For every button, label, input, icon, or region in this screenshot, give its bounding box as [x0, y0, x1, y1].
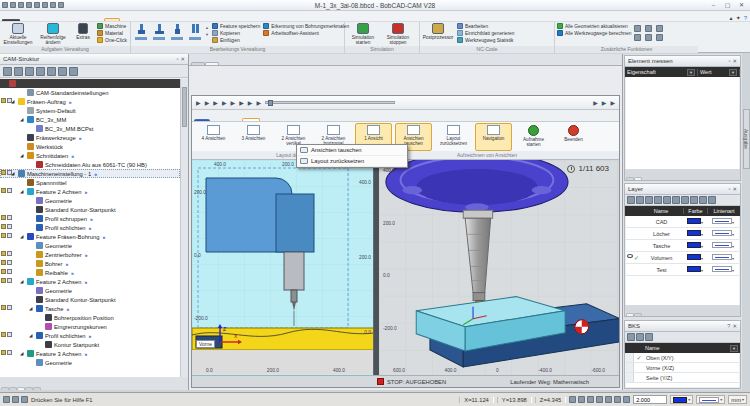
panel-tab[interactable] — [25, 387, 33, 390]
help-icon[interactable]: ? — [744, 15, 747, 21]
tree-toolbar-icon[interactable] — [47, 67, 56, 76]
ribbon-tab[interactable] — [104, 18, 120, 21]
tree-toolbar-icon[interactable] — [25, 67, 34, 76]
tree-gutter-icons[interactable] — [1, 224, 12, 229]
layer-color-swatch[interactable] — [687, 218, 701, 224]
ribbon-tab[interactable] — [20, 19, 34, 21]
layer-toolbar-icon[interactable] — [690, 196, 698, 204]
close-panel-icon[interactable]: ✕ — [732, 58, 737, 64]
ribbon-tab[interactable] — [120, 19, 134, 21]
close-button[interactable]: ✕ — [735, 1, 748, 10]
extra-function-icon[interactable] — [634, 25, 641, 32]
extra-function-icon[interactable] — [645, 25, 652, 32]
panel-tab[interactable] — [33, 387, 41, 390]
layer-linestyle[interactable] — [712, 266, 732, 272]
ribbon-tab[interactable] — [62, 19, 76, 21]
tree-gutter-icons[interactable] — [1, 170, 12, 175]
pin-icon[interactable]: ▫ — [176, 56, 178, 62]
tree-item-edit-link[interactable]: » — [102, 234, 105, 240]
pin-icon[interactable]: ▫ — [728, 58, 730, 64]
tree-item[interactable]: ◢ Eingrenzungskurven » — [0, 322, 180, 331]
document-tab[interactable] — [205, 62, 219, 65]
expand-icon[interactable]: ◢ — [20, 279, 25, 284]
maschine-button[interactable]: Maschine — [97, 23, 127, 29]
status-icon[interactable] — [3, 396, 10, 403]
tree-gutter-icons[interactable] — [1, 332, 12, 337]
playback-icon[interactable] — [222, 100, 227, 106]
tree-gutter-icons[interactable] — [1, 188, 12, 193]
tree-gutter-icons[interactable] — [1, 278, 12, 283]
snap-icon[interactable] — [578, 396, 585, 403]
tree-item[interactable]: ◢ Standard Kontur-Startpunkt » — [0, 295, 180, 304]
tree-item[interactable]: ◢ Schneiddaten Alu aus 6061-TC (90 HB) » — [0, 160, 180, 169]
tree-item-edit-link[interactable]: » — [89, 333, 92, 339]
linestyle-dropdown[interactable]: ▾ — [696, 395, 725, 404]
filter-icon[interactable]: ▼ — [687, 69, 695, 76]
geometrien-aktualisieren-button[interactable]: Alle Geometrien aktualisieren — [557, 23, 631, 29]
tree-item-edit-link[interactable]: » — [71, 153, 74, 159]
view-control-icon[interactable] — [593, 100, 598, 106]
tree-item[interactable]: ◢ Profil schlichten » — [0, 331, 180, 340]
tree-item[interactable]: ◢ Standard Kontur-Startpunkt » — [0, 205, 180, 214]
view-control-icon[interactable] — [610, 100, 615, 106]
tree-item[interactable]: ◢ Kontur Startpunkt » — [0, 340, 180, 349]
layer-row[interactable]: ✓ Test ▾ ▾ — [626, 264, 739, 276]
statistik-button[interactable]: Werkzeugweg Statistik — [457, 37, 514, 43]
layer-toolbar-icon[interactable] — [672, 196, 680, 204]
layer-linestyle[interactable] — [712, 254, 732, 260]
playback-icon[interactable] — [248, 100, 253, 106]
simulation-tab[interactable] — [210, 119, 226, 121]
extras-button[interactable]: Extras — [72, 23, 94, 40]
playback-icon[interactable] — [196, 100, 201, 106]
machine-view-3d[interactable]: 1/11 603 400.0200.00.0-200.0 600.0400.00… — [379, 160, 619, 375]
ribbon-tab[interactable] — [48, 19, 62, 21]
layer-linestyle[interactable] — [712, 242, 732, 248]
bks-toolbar-icon[interactable] — [645, 333, 653, 341]
tree-item-edit-link[interactable]: » — [71, 270, 74, 276]
view-control-icon[interactable] — [602, 100, 607, 106]
style-icon[interactable]: ✦ — [736, 15, 741, 21]
expand-icon[interactable]: ◢ — [29, 333, 34, 338]
tree-item[interactable]: ◢ Feature Fräsen-Bohrung » — [0, 232, 180, 241]
tree-item[interactable]: ◢ Bohrerposition Position » — [0, 313, 180, 322]
snap-icon[interactable] — [569, 396, 576, 403]
tree-gutter-icons[interactable] — [1, 260, 12, 265]
expand-icon[interactable]: ◢ — [20, 117, 25, 122]
bks-toolbar-icon[interactable] — [636, 333, 644, 341]
tree-item-edit-link[interactable]: » — [69, 99, 72, 105]
layer-toolbar-icon[interactable] — [636, 196, 644, 204]
layer-toolbar-icon[interactable] — [699, 196, 707, 204]
tree-item[interactable]: ◢ CAM-Standardeinstellungen » — [0, 88, 180, 97]
expand-icon[interactable]: ◢ — [20, 189, 25, 194]
extra-function-icon[interactable] — [634, 34, 641, 41]
bks-row[interactable]: ✓ Oben (X/Y) — [626, 353, 739, 363]
tree-item-edit-link[interactable]: » — [85, 252, 88, 258]
layer-color-swatch[interactable] — [687, 254, 701, 260]
tree-item[interactable]: ◢ Geometrie » — [0, 286, 180, 295]
tree-item[interactable]: ◢ Spannmittel » — [0, 178, 180, 187]
bks-row[interactable]: ✓ Seite (Y/Z) — [626, 373, 739, 383]
tree-toolbar-icon[interactable] — [69, 67, 78, 76]
tree-item[interactable]: ◢ Zentrierbohrer » — [0, 250, 180, 259]
einfuegen-button[interactable]: Einfügen — [212, 37, 260, 43]
ribbon-tab[interactable] — [90, 19, 104, 21]
panel-tab[interactable] — [626, 313, 634, 316]
layer-toolbar-icon[interactable] — [654, 196, 662, 204]
layer-toolbar-icon[interactable] — [681, 196, 689, 204]
sim-ribbon-button[interactable]: Layout zurücksetzen — [435, 123, 472, 151]
line-width-input[interactable] — [633, 395, 667, 404]
tree-item-edit-link[interactable]: » — [84, 351, 87, 357]
expand-icon[interactable]: ◢ — [20, 234, 25, 239]
arbeitsoffset-button[interactable]: Arbeitsoffset-Assistent — [263, 30, 349, 36]
tree-gutter-icons[interactable] — [1, 98, 12, 103]
ribbon-tab[interactable] — [2, 19, 20, 21]
playback-icon[interactable] — [205, 100, 210, 106]
expand-icon[interactable]: ◢ — [20, 153, 25, 158]
tree-item[interactable]: ◢ Feature 2 Achsen » — [0, 187, 180, 196]
filter-icon[interactable]: ▼ — [729, 69, 737, 76]
extra-function-icon[interactable] — [656, 34, 663, 41]
tree-gutter-icons[interactable] — [1, 251, 12, 256]
simulation-starten-button[interactable]: Simulation starten — [347, 23, 379, 46]
tree-scrollbar[interactable] — [180, 79, 188, 377]
simulation-stoppen-button[interactable]: Simulation stoppen — [382, 23, 414, 46]
